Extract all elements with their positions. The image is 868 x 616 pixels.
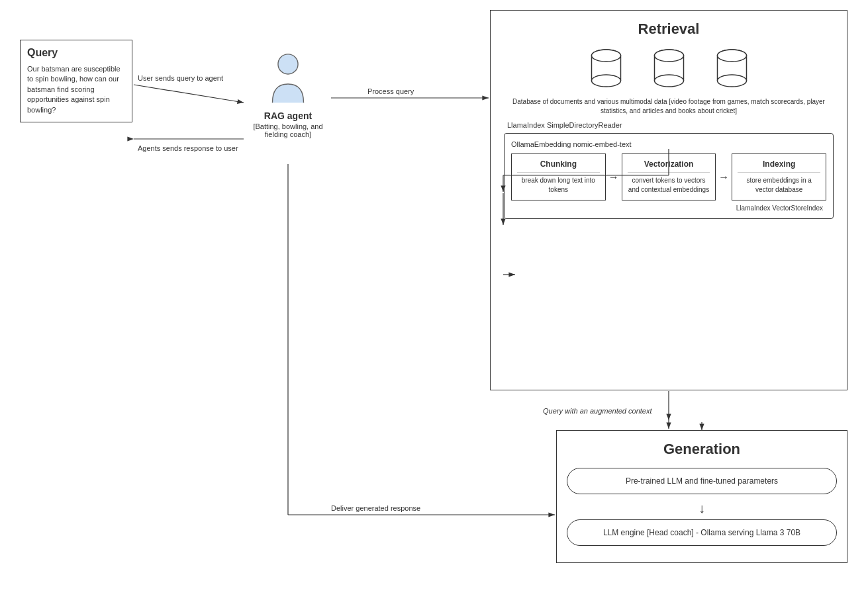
rag-agent-sublabel: [Batting, bowling, and fielding coach] xyxy=(245,122,331,138)
retrieval-title: Retrieval xyxy=(501,21,837,38)
step-chunking-title: Chunking xyxy=(517,159,600,173)
query-title: Query xyxy=(27,47,125,59)
svg-point-11 xyxy=(654,75,683,87)
svg-point-5 xyxy=(591,75,620,87)
svg-point-17 xyxy=(717,75,746,87)
step-vectorization-desc: convert tokens to vectors and contextual… xyxy=(628,176,710,195)
db-row xyxy=(501,48,837,91)
gen-arrow: ↓ xyxy=(567,501,837,516)
arrow-2: → xyxy=(716,154,732,200)
steps-row: Chunking break down long text into token… xyxy=(511,154,826,200)
db-icon-3 xyxy=(714,48,750,91)
embedding-box: OllamaEmbedding nomic-embed-text Chunkin… xyxy=(504,133,834,219)
vectorstore-label: LlamaIndex VectorStoreIndex xyxy=(511,204,823,212)
step-chunking: Chunking break down long text into token… xyxy=(511,154,606,200)
rag-agent-label: RAG agent xyxy=(245,110,331,121)
arrow-label-user-query: User sends query to agent xyxy=(138,74,223,82)
gen-engine-box: LLM engine [Head coach] - Ollama serving… xyxy=(567,519,837,546)
step-indexing-title: Indexing xyxy=(738,159,820,173)
generation-section: Generation Pre-trained LLM and fine-tune… xyxy=(556,430,847,563)
db-icon-1 xyxy=(588,48,624,91)
step-indexing: Indexing store embeddings in a vector da… xyxy=(732,154,826,200)
person-icon xyxy=(265,53,311,106)
step-vectorization: Vectorization convert tokens to vectors … xyxy=(622,154,716,200)
query-box: Query Our batsman are susceptible to spi… xyxy=(20,40,132,122)
retrieval-section: Retrieval xyxy=(490,10,847,390)
diagram-container: Query Our batsman are susceptible to spi… xyxy=(0,0,868,616)
arrow-label-deliver: Deliver generated response xyxy=(331,504,420,512)
svg-point-18 xyxy=(717,50,746,62)
arrow-1: → xyxy=(606,154,622,200)
svg-point-6 xyxy=(591,50,620,62)
db-icon-2 xyxy=(651,48,687,91)
embedding-title: OllamaEmbedding nomic-embed-text xyxy=(511,140,826,148)
llamaindex-label: LlamaIndex SimpleDirectoryReader xyxy=(507,121,837,129)
svg-point-12 xyxy=(654,50,683,62)
arrow-label-process-query: Process query xyxy=(367,87,414,95)
query-content: Our batsman are susceptible to spin bowl… xyxy=(27,64,125,115)
step-chunking-desc: break down long text into tokens xyxy=(517,176,600,195)
generation-title: Generation xyxy=(567,441,837,458)
arrow-label-augmented: Query with an augmented context xyxy=(543,407,652,415)
arrow-label-response: Agents sends response to user xyxy=(138,144,238,152)
gen-llm-box: Pre-trained LLM and fine-tuned parameter… xyxy=(567,468,837,494)
step-indexing-desc: store embeddings in a vector database xyxy=(738,176,820,195)
svg-point-0 xyxy=(278,54,298,74)
db-description: Database of documents and various multim… xyxy=(507,97,830,116)
step-vectorization-title: Vectorization xyxy=(628,159,710,173)
rag-agent: RAG agent [Batting, bowling, and fieldin… xyxy=(245,53,331,138)
svg-line-21 xyxy=(134,85,244,103)
